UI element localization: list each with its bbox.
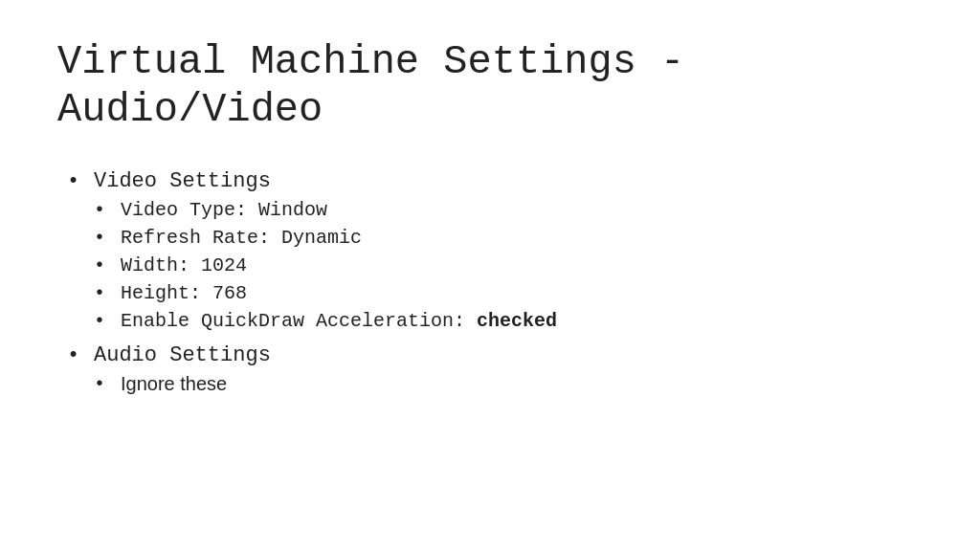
audio-settings-sublist: Ignore these <box>94 373 923 396</box>
width-text: Width: 1024 <box>121 254 247 276</box>
width-item: Width: 1024 <box>94 254 923 276</box>
page-title: Virtual Machine Settings - Audio/Video <box>57 38 923 135</box>
audio-settings-label: Audio Settings <box>94 343 271 367</box>
refresh-rate-item: Refresh Rate: Dynamic <box>94 227 923 249</box>
video-settings-label: Video Settings <box>94 169 271 193</box>
ignore-these-item: Ignore these <box>94 373 923 396</box>
video-type-text: Video Type: Window <box>121 199 327 221</box>
audio-settings-item: Audio Settings Ignore these <box>67 343 923 396</box>
quickdraw-item: Enable QuickDraw Acceleration: checked <box>94 310 923 332</box>
height-text: Height: 768 <box>121 282 247 304</box>
video-type-item: Video Type: Window <box>94 199 923 221</box>
title-line1: Virtual Machine Settings - <box>57 39 684 85</box>
video-settings-item: Video Settings Video Type: Window Refres… <box>67 169 923 332</box>
quickdraw-value: checked <box>477 310 557 332</box>
video-settings-sublist: Video Type: Window Refresh Rate: Dynamic… <box>94 199 923 332</box>
height-item: Height: 768 <box>94 282 923 304</box>
title-line2: Audio/Video <box>57 87 323 133</box>
quickdraw-prefix: Enable QuickDraw Acceleration: <box>121 310 477 332</box>
top-level-list: Video Settings Video Type: Window Refres… <box>67 169 923 396</box>
content-area: Video Settings Video Type: Window Refres… <box>57 169 923 396</box>
refresh-rate-text: Refresh Rate: Dynamic <box>121 227 362 249</box>
ignore-these-text: Ignore these <box>121 373 227 394</box>
